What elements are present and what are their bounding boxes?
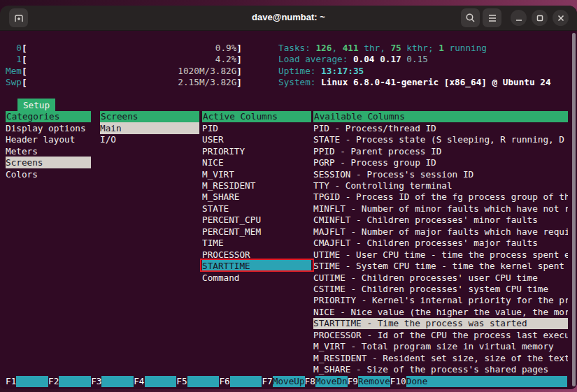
cpu0-meter-value: 0.9%	[215, 43, 237, 53]
available-column[interactable]: TTY - Controlling terminal	[313, 180, 568, 191]
active-column[interactable]: PROCESSOR	[202, 249, 311, 260]
search-icon	[465, 13, 476, 23]
meter-label: 1	[6, 54, 22, 64]
active-column[interactable]: M_SHARE	[202, 191, 311, 203]
available-column[interactable]: NICE - Nice value (the higher the value,…	[313, 306, 568, 317]
fn-label-f4[interactable]	[145, 376, 177, 387]
meter-label: Swp	[6, 77, 22, 87]
active-column[interactable]: PERCENT_MEM	[202, 226, 311, 237]
memory-meter-bars: 1020M/3.82G	[27, 65, 237, 76]
fn-label-moveup[interactable]: MoveUp	[273, 376, 305, 387]
maximize-button[interactable]	[532, 10, 548, 26]
available-column[interactable]: CMINFLT - Children processes' minor faul…	[313, 215, 568, 226]
fn-label-done[interactable]: Done	[406, 376, 439, 387]
fn-key-f1[interactable]: F1	[6, 376, 16, 387]
available-column[interactable]: M_RESIDENT - Resident set size, size of …	[313, 352, 568, 363]
tasks-line: Tasks: 126, 411 thr, 75 kthr; 1 running	[278, 42, 487, 53]
available-column[interactable]: PID - Process/thread ID	[313, 122, 568, 133]
available-columns-panel: Available Columns PID - Process/thread I…	[313, 111, 568, 375]
meter-label: Mem	[6, 66, 22, 76]
category-header-layout[interactable]: Header layout	[6, 134, 91, 145]
fn-label-f2[interactable]	[59, 376, 91, 387]
available-column[interactable]: M_SHARE - Size of the process's shared p…	[313, 363, 568, 375]
active-column[interactable]: PERCENT_CPU	[202, 215, 311, 226]
available-column-starttime-selected[interactable]: STARTTIME - Time the process was started	[313, 318, 568, 329]
active-column[interactable]: M_RESIDENT	[202, 180, 311, 191]
close-button[interactable]	[553, 10, 569, 26]
available-column[interactable]: MAJFLT - Number of major faults which ha…	[313, 226, 568, 237]
panel-header-active-columns: Active Columns	[202, 111, 311, 122]
active-columns-panel: Active Columns PID USER PRIORITY NICE M_…	[202, 111, 311, 284]
active-column[interactable]: STATE	[202, 203, 311, 214]
titlebar: dave@numbat: ~	[0, 6, 577, 31]
available-column[interactable]: PGRP - Process group ID	[313, 157, 568, 168]
fn-key-f5[interactable]: F5	[176, 376, 187, 387]
fn-key-f9[interactable]: F9	[348, 376, 358, 387]
active-column[interactable]: PRIORITY	[202, 145, 311, 157]
fn-key-f2[interactable]: F2	[48, 376, 59, 387]
active-column[interactable]: NICE	[202, 157, 311, 168]
fn-key-f3[interactable]: F3	[91, 376, 101, 387]
setup-tab[interactable]: Setup	[17, 99, 55, 111]
available-column[interactable]: PPID - Parent process ID	[313, 145, 568, 157]
minimize-button[interactable]	[511, 10, 527, 26]
panel-header-screens: Screens	[100, 111, 199, 122]
uptime-line: Uptime: 13:17:35	[278, 65, 364, 76]
function-key-bar: F1 F2 F3 F4 F5 F6 F7MoveUp F8MoveDn F9Re…	[6, 376, 567, 387]
available-column[interactable]: PROCESSOR - Id of the CPU the process la…	[313, 329, 568, 340]
active-column[interactable]: PID	[202, 122, 311, 133]
terminal-window: dave@numbat: ~	[0, 6, 577, 389]
htop-setup-screen: 0[ 0.9% ] 1[ 4.2% ] Mem[ 1020M/3.82G ] S…	[0, 31, 577, 389]
swap-meter-value: 2.15M/3.82G	[178, 77, 236, 87]
category-display-options[interactable]: Display options	[6, 122, 91, 133]
fn-label-f6[interactable]	[230, 376, 262, 387]
fn-bar-filler	[439, 376, 567, 387]
cpu1-meter-bars: 4.2%	[27, 53, 237, 64]
cpu1-meter-value: 4.2%	[215, 54, 237, 64]
available-column[interactable]: TPGID - Process ID of the fg process gro…	[313, 191, 568, 203]
category-screens[interactable]: Screens	[6, 157, 91, 168]
category-colors[interactable]: Colors	[6, 168, 91, 180]
active-column[interactable]: TIME	[202, 238, 311, 249]
fn-key-f4[interactable]: F4	[134, 376, 144, 387]
fn-key-f10[interactable]: F10	[390, 376, 406, 387]
cpu0-meter: 0[ 0.9% ]	[6, 42, 242, 53]
panel-header-categories: Categories	[6, 111, 91, 122]
screen-io[interactable]: I/O	[100, 134, 199, 145]
available-column[interactable]: CSTIME - Children processes' system CPU …	[313, 283, 568, 294]
screen-main[interactable]: Main	[100, 122, 199, 133]
category-meters[interactable]: Meters	[6, 145, 91, 157]
fn-label-f3[interactable]	[101, 376, 134, 387]
active-column-starttime-selected[interactable]: STARTTIME	[202, 260, 311, 271]
fn-key-f7[interactable]: F7	[262, 376, 272, 387]
available-column[interactable]: UTIME - User CPU time - time the process…	[313, 249, 568, 260]
screens-panel: Screens Main I/O	[100, 111, 199, 145]
active-column[interactable]: M_VIRT	[202, 168, 311, 180]
fn-label-movedn[interactable]: MoveDn	[315, 376, 348, 387]
available-column[interactable]: STIME - System CPU time - time the kerne…	[313, 260, 568, 271]
cpu0-meter-bars: 0.9%	[27, 42, 237, 53]
available-column[interactable]: SESSION - Process's session ID	[313, 168, 568, 180]
fn-label-f5[interactable]	[187, 376, 220, 387]
available-column[interactable]: STATE - Process state (S sleeping, R run…	[313, 134, 568, 145]
load-average-line: Load average: 0.04 0.17 0.15	[278, 53, 428, 64]
close-icon	[557, 15, 564, 22]
active-column[interactable]: Command	[202, 272, 311, 283]
meter-label: 0	[6, 43, 22, 53]
fn-key-f6[interactable]: F6	[219, 376, 229, 387]
fn-key-f8[interactable]: F8	[305, 376, 315, 387]
fn-label-remove[interactable]: Remove	[358, 376, 390, 387]
fn-label-f1[interactable]	[16, 376, 48, 387]
search-button[interactable]	[461, 8, 480, 27]
available-column[interactable]: MINFLT - Number of minor faults which ha…	[313, 203, 568, 214]
available-column[interactable]: CUTIME - Children processes' user CPU ti…	[313, 272, 568, 283]
panel-header-available-columns: Available Columns	[313, 111, 568, 122]
available-column[interactable]: PRIORITY - Kernel's internal priority fo…	[313, 295, 568, 306]
cpu1-meter: 1[ 4.2% ]	[6, 53, 242, 64]
available-column[interactable]: M_VIRT - Total program size in virtual m…	[313, 340, 568, 351]
swap-meter: Swp[ 2.15M/3.82G ]	[6, 76, 242, 87]
available-column[interactable]: CMAJFLT - Children processes' major faul…	[313, 238, 568, 249]
active-column[interactable]: USER	[202, 134, 311, 145]
scrollbar[interactable]	[572, 33, 576, 386]
menu-button[interactable]	[483, 8, 501, 27]
